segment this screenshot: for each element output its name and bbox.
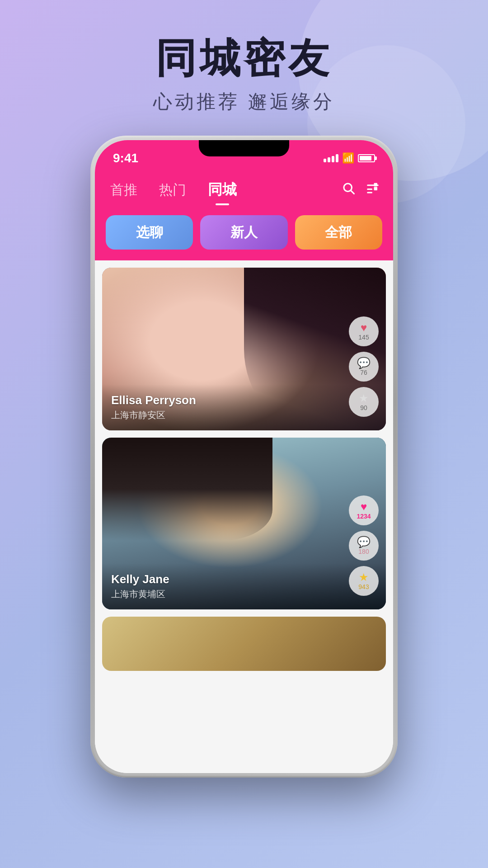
star-icon-2: ★: [359, 572, 369, 583]
star-icon: ★: [359, 393, 369, 404]
svg-line-1: [351, 191, 354, 194]
tab-showtui[interactable]: 首推: [108, 177, 139, 203]
card-2-star-btn[interactable]: ★ 943: [349, 566, 379, 596]
profile-card-1[interactable]: Ellisa Perryson 上海市静安区 ♥ 145 💬 76: [102, 268, 386, 430]
category-all-btn[interactable]: 全部: [295, 215, 382, 250]
tab-tongcheng[interactable]: 同城: [206, 176, 239, 203]
svg-rect-4: [374, 187, 378, 191]
main-title: 同城密友: [0, 36, 488, 81]
card-2-comment-count: 180: [358, 548, 369, 555]
sub-title: 心动推荐 邂逅缘分: [0, 89, 488, 114]
svg-rect-3: [374, 183, 378, 187]
category-select-btn[interactable]: 选聊: [106, 215, 193, 250]
nav-right: [342, 181, 380, 198]
wifi-icon: 📶: [342, 152, 354, 164]
card-1-star-count: 90: [360, 404, 367, 411]
search-icon[interactable]: [342, 181, 355, 198]
card-1-name: Ellisa Perryson: [111, 393, 377, 407]
card-1-star-btn[interactable]: ★ 90: [349, 387, 379, 417]
card-2-like-count: 1234: [357, 513, 371, 520]
card-1-comment-btn[interactable]: 💬 76: [349, 352, 379, 382]
card-2-actions: ♥ 1234 💬 180 ★ 943: [349, 495, 379, 596]
card-2-location: 上海市黄埔区: [111, 588, 377, 600]
card-2-star-count: 943: [358, 583, 369, 590]
card-1-comment-count: 76: [360, 369, 367, 376]
tab-hotmen[interactable]: 热门: [157, 177, 188, 203]
battery-icon: [358, 154, 375, 162]
phone-screen: 9:41 📶 首推 热: [95, 140, 393, 773]
phone-mockup: 9:41 📶 首推 热: [90, 136, 398, 805]
category-new-btn[interactable]: 新人: [200, 215, 287, 250]
card-1-info: Ellisa Perryson 上海市静安区: [102, 384, 386, 430]
phone-notch: [199, 140, 289, 156]
card-2-like-btn[interactable]: ♥ 1234: [349, 495, 379, 525]
comment-icon-2: 💬: [357, 537, 371, 547]
card-2-comment-btn[interactable]: 💬 180: [349, 531, 379, 561]
category-bar: 选聊 新人 全部: [95, 208, 393, 260]
card-2-info: Kelly Jane 上海市黄埔区: [102, 563, 386, 609]
nav-tabs: 首推 热门 同城: [95, 172, 393, 208]
hair-2: [102, 438, 272, 541]
card-1-like-btn[interactable]: ♥ 145: [349, 316, 379, 346]
signal-icon: [324, 154, 338, 162]
heart-icon-2: ♥: [361, 501, 367, 512]
card-1-location: 上海市静安区: [111, 409, 377, 421]
comment-icon: 💬: [357, 358, 371, 368]
grid-menu-icon[interactable]: [366, 181, 380, 198]
card-2-name: Kelly Jane: [111, 572, 377, 586]
profile-card-3[interactable]: [102, 617, 386, 671]
status-icons: 📶: [324, 152, 375, 164]
heart-icon: ♥: [361, 322, 367, 333]
profile-card-2[interactable]: Kelly Jane 上海市黄埔区 ♥ 1234 💬 180: [102, 438, 386, 609]
status-time: 9:41: [113, 151, 138, 165]
content-area: Ellisa Perryson 上海市静安区 ♥ 145 💬 76: [95, 260, 393, 773]
portrait-3: [102, 617, 386, 671]
phone-outer-shell: 9:41 📶 首推 热: [90, 136, 398, 778]
card-1-actions: ♥ 145 💬 76 ★ 90: [349, 316, 379, 417]
title-area: 同城密友 心动推荐 邂逅缘分: [0, 36, 488, 114]
nav-left: 首推 热门 同城: [108, 176, 239, 203]
card-1-like-count: 145: [358, 334, 369, 341]
